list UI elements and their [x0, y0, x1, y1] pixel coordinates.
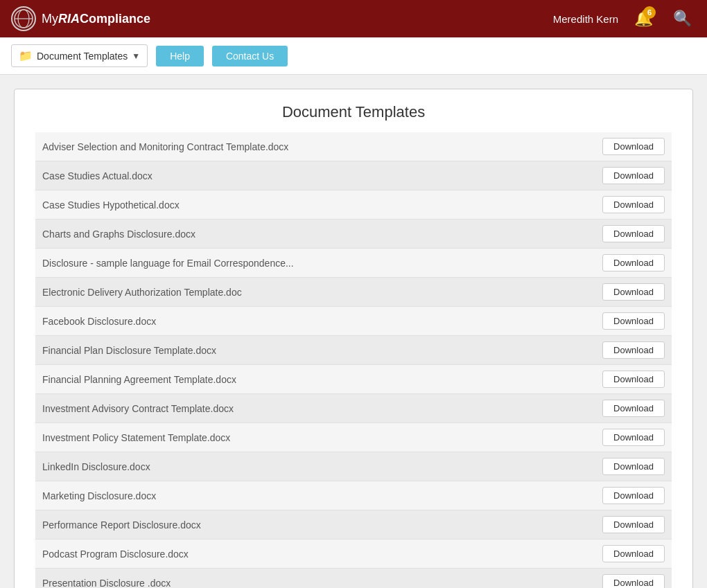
- download-button[interactable]: Download: [602, 138, 665, 155]
- document-name: Presentation Disclosure .docx: [42, 578, 602, 589]
- help-button[interactable]: Help: [156, 46, 204, 66]
- toolbar: 📁 Document Templates ▼ Help Contact Us: [0, 37, 707, 75]
- document-name: Financial Planning Agreement Template.do…: [42, 374, 602, 385]
- logo-icon: [11, 6, 36, 31]
- download-button[interactable]: Download: [602, 196, 665, 213]
- notifications-button[interactable]: 🔔 6: [629, 5, 657, 33]
- contact-button[interactable]: Contact Us: [212, 46, 288, 66]
- download-button[interactable]: Download: [602, 167, 665, 184]
- download-button[interactable]: Download: [602, 371, 665, 388]
- notification-badge: 6: [643, 6, 656, 19]
- download-button[interactable]: Download: [602, 458, 665, 475]
- logo-area: MyRIACompliance: [11, 6, 150, 31]
- document-name: Investment Policy Statement Template.doc…: [42, 432, 602, 443]
- main-content: Document Templates Adviser Selection and…: [0, 75, 707, 588]
- document-name: Marketing Disclosure.docx: [42, 490, 602, 501]
- document-row: Presentation Disclosure .docxDownload: [35, 569, 672, 588]
- document-row: Disclosure - sample language for Email C…: [35, 249, 672, 278]
- document-name: Investment Advisory Contract Template.do…: [42, 403, 602, 414]
- folder-icon: 📁: [19, 49, 33, 62]
- document-name: Case Studies Actual.docx: [42, 170, 602, 181]
- document-row: Financial Planning Agreement Template.do…: [35, 365, 672, 394]
- document-name: Financial Plan Disclosure Template.docx: [42, 345, 602, 356]
- document-row: Adviser Selection and Monitoring Contrac…: [35, 132, 672, 161]
- download-button[interactable]: Download: [602, 429, 665, 446]
- document-row: Podcast Program Disclosure.docxDownload: [35, 540, 672, 569]
- download-button[interactable]: Download: [602, 487, 665, 504]
- chevron-down-icon: ▼: [132, 51, 140, 61]
- document-templates-card: Document Templates Adviser Selection and…: [14, 89, 693, 588]
- document-name: Podcast Program Disclosure.docx: [42, 549, 602, 560]
- document-row: Case Studies Hypothetical.docxDownload: [35, 190, 672, 220]
- download-button[interactable]: Download: [602, 400, 665, 417]
- document-row: LinkedIn Disclosure.docxDownload: [35, 452, 672, 481]
- download-button[interactable]: Download: [602, 545, 665, 562]
- download-button[interactable]: Download: [602, 254, 665, 271]
- document-list: Adviser Selection and Monitoring Contrac…: [35, 132, 672, 588]
- download-button[interactable]: Download: [602, 312, 665, 330]
- download-button[interactable]: Download: [602, 574, 665, 588]
- document-name: Performance Report Disclosure.docx: [42, 519, 602, 531]
- document-row: Financial Plan Disclosure Template.docxD…: [35, 336, 672, 365]
- search-icon: 🔍: [673, 10, 692, 28]
- document-row: Investment Policy Statement Template.doc…: [35, 423, 672, 452]
- download-button[interactable]: Download: [602, 516, 665, 533]
- download-button[interactable]: Download: [602, 341, 665, 359]
- document-name: Facebook Disclosure.docx: [42, 316, 602, 327]
- breadcrumb-button[interactable]: 📁 Document Templates ▼: [11, 44, 148, 67]
- document-row: Marketing Disclosure.docxDownload: [35, 481, 672, 510]
- document-name: LinkedIn Disclosure.docx: [42, 461, 602, 472]
- document-row: Performance Report Disclosure.docxDownlo…: [35, 510, 672, 540]
- document-name: Disclosure - sample language for Email C…: [42, 258, 602, 269]
- document-name: Case Studies Hypothetical.docx: [42, 199, 602, 211]
- search-button[interactable]: 🔍: [668, 5, 696, 33]
- document-row: Facebook Disclosure.docxDownload: [35, 307, 672, 336]
- breadcrumb-label: Document Templates: [37, 51, 128, 62]
- document-name: Electronic Delivery Authorization Templa…: [42, 287, 602, 298]
- document-row: Case Studies Actual.docxDownload: [35, 161, 672, 190]
- document-row: Investment Advisory Contract Template.do…: [35, 394, 672, 423]
- logo-text: MyRIACompliance: [42, 12, 150, 26]
- app-header: MyRIACompliance Meredith Kern 🔔 6 🔍: [0, 0, 707, 37]
- download-button[interactable]: Download: [602, 225, 665, 242]
- download-button[interactable]: Download: [602, 283, 665, 301]
- document-row: Electronic Delivery Authorization Templa…: [35, 278, 672, 307]
- header-right: Meredith Kern 🔔 6 🔍: [553, 5, 696, 33]
- document-row: Charts and Graphs Disclosure.docxDownloa…: [35, 220, 672, 249]
- document-name: Charts and Graphs Disclosure.docx: [42, 229, 602, 240]
- user-name: Meredith Kern: [553, 13, 618, 25]
- document-name: Adviser Selection and Monitoring Contrac…: [42, 141, 602, 152]
- card-title: Document Templates: [35, 103, 672, 121]
